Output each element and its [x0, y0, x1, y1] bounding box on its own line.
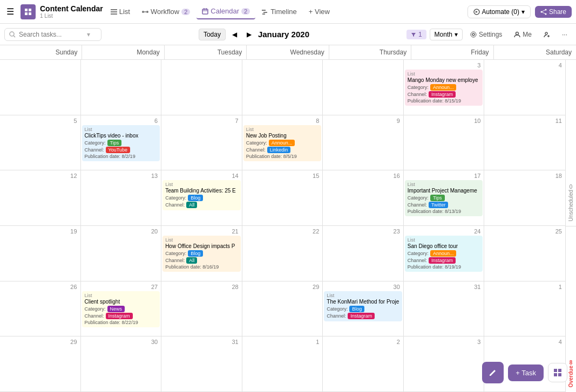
fab-task-button[interactable]: + Task — [508, 365, 544, 381]
day-cell[interactable]: 26 — [0, 281, 81, 337]
day-cell[interactable]: 14ListTeam Building Activities: 25 ECate… — [161, 170, 242, 226]
day-number: 14 — [162, 171, 241, 180]
me-button[interactable]: Me — [510, 29, 536, 40]
day-cell[interactable]: 9 — [323, 115, 404, 171]
day-cell[interactable]: 15 — [242, 170, 323, 226]
calendar-card[interactable]: ListImportant Project ManagemeCategory: … — [405, 180, 483, 216]
month-selector[interactable]: Month ▾ — [430, 29, 463, 40]
day-cell[interactable]: 2 — [323, 336, 404, 392]
svg-line-20 — [13, 36, 15, 37]
day-cell[interactable]: 30 — [81, 336, 162, 392]
add-user-button[interactable] — [539, 30, 554, 39]
day-number — [82, 61, 160, 63]
day-number — [1, 61, 79, 63]
day-cell[interactable]: 3 — [404, 336, 485, 392]
day-cell[interactable]: 30ListThe KonMari Method for ProjeCatego… — [323, 281, 404, 337]
day-cell[interactable]: 1 — [242, 336, 323, 392]
svg-point-21 — [472, 33, 475, 36]
day-cell[interactable]: 17ListImportant Project ManagemeCategory… — [404, 170, 485, 226]
day-cell[interactable]: 25 — [484, 226, 565, 281]
next-arrow[interactable]: ▶ — [243, 29, 255, 40]
day-cell[interactable]: 12 — [0, 170, 81, 226]
topbar-right: Automate (0) ▾ Share — [467, 5, 572, 18]
day-cell[interactable] — [161, 60, 242, 115]
share-button[interactable]: Share — [535, 6, 572, 18]
search-box[interactable]: ▾ — [4, 28, 101, 41]
tab-timeline[interactable]: Timeline — [256, 4, 302, 19]
day-cell[interactable]: 10 — [404, 115, 485, 171]
day-cell[interactable] — [81, 60, 162, 115]
day-cell[interactable]: 19 — [0, 226, 81, 281]
unscheduled-panel[interactable]: 0 Unscheduled — [566, 60, 576, 226]
day-cell[interactable]: 4 — [484, 60, 565, 115]
day-cell[interactable] — [0, 60, 81, 115]
day-cell[interactable]: 24ListSan Diego office tourCategory: Ann… — [404, 226, 485, 281]
filter-badge[interactable]: 1 — [406, 30, 426, 39]
tab-list[interactable]: List — [105, 4, 135, 19]
day-cell[interactable]: 21ListHow Office Design impacts PCategor… — [161, 226, 242, 281]
day-cell[interactable]: 1 — [484, 281, 565, 337]
header-tuesday: Tuesday — [165, 45, 247, 59]
automate-button[interactable]: Automate (0) ▾ — [467, 5, 531, 18]
day-number: 6 — [82, 116, 160, 125]
day-cell[interactable]: 31 — [404, 281, 485, 337]
today-button[interactable]: Today — [199, 29, 226, 40]
day-cell[interactable]: 13 — [81, 170, 162, 226]
day-cell[interactable]: 29 — [0, 336, 81, 392]
menu-icon[interactable]: ☰ — [4, 4, 16, 19]
tab-calendar[interactable]: Calendar 2 — [196, 4, 255, 19]
day-cell[interactable]: 11 — [484, 115, 565, 171]
more-button[interactable]: ··· — [558, 29, 572, 40]
day-cell[interactable]: 5 — [0, 115, 81, 171]
tab-view-add[interactable]: + View — [303, 4, 335, 19]
calendar-card[interactable]: ListNew Job PostingCategory: Announ...Ch… — [243, 125, 322, 161]
calendar-card[interactable]: ListSan Diego office tourCategory: Annou… — [405, 236, 483, 272]
header-thursday: Thursday — [329, 45, 411, 59]
day-number: 20 — [82, 227, 160, 236]
calendar-card[interactable]: ListClickTips video - inboxCategory: Tip… — [82, 125, 160, 161]
day-number: 16 — [324, 171, 402, 180]
day-cell[interactable]: 22 — [242, 226, 323, 281]
day-cell[interactable]: 29 — [242, 281, 323, 337]
day-cell[interactable]: 8ListNew Job PostingCategory: Announ...C… — [242, 115, 323, 171]
day-headers: Sunday Monday Tuesday Wednesday Thursday… — [0, 45, 576, 60]
search-input[interactable] — [19, 31, 84, 38]
day-cell[interactable]: 7 — [161, 115, 242, 171]
calendar-card[interactable]: ListThe KonMari Method for ProjeCategory… — [324, 291, 402, 321]
settings-button[interactable]: Settings — [466, 29, 506, 40]
day-cell[interactable] — [242, 60, 323, 115]
day-cell[interactable]: 18 — [484, 170, 565, 226]
prev-arrow[interactable]: ◀ — [229, 29, 240, 40]
day-cell[interactable]: 23 — [323, 226, 404, 281]
calendar-card[interactable]: ListClient spotlightCategory: NewsChanne… — [82, 291, 160, 327]
fab-edit-button[interactable] — [482, 362, 504, 383]
header-monday: Monday — [82, 45, 164, 59]
svg-point-3 — [142, 11, 144, 13]
day-cell[interactable]: 28 — [161, 281, 242, 337]
day-number: 4 — [485, 338, 564, 346]
calendar-card[interactable]: ListMango Monday new employeCategory: An… — [405, 70, 483, 106]
svg-rect-27 — [554, 369, 557, 372]
day-cell[interactable]: 31 — [161, 336, 242, 392]
fab-grid-button[interactable] — [548, 363, 567, 382]
calendar-grid: 3ListMango Monday new employeCategory: A… — [0, 60, 565, 392]
day-cell[interactable]: 3ListMango Monday new employeCategory: A… — [404, 60, 485, 115]
day-number: 28 — [162, 283, 241, 291]
day-number: 30 — [324, 283, 402, 291]
calendar-card[interactable]: ListHow Office Design impacts PCategory:… — [162, 236, 241, 272]
calendar-card[interactable]: ListTeam Building Activities: 25 ECatego… — [162, 180, 241, 210]
day-cell[interactable]: 20 — [81, 226, 162, 281]
unscheduled-label: Unscheduled — [568, 190, 574, 221]
svg-line-18 — [541, 12, 546, 14]
day-cell[interactable]: 27ListClient spotlightCategory: NewsChan… — [81, 281, 162, 337]
svg-rect-28 — [558, 369, 561, 372]
day-number: 10 — [405, 116, 483, 125]
day-cell[interactable] — [323, 60, 404, 115]
header-sunday: Sunday — [0, 45, 82, 59]
day-cell[interactable]: 6ListClickTips video - inboxCategory: Ti… — [81, 115, 162, 171]
day-number: 29 — [243, 283, 322, 291]
day-cell[interactable]: 16 — [323, 170, 404, 226]
day-number: 5 — [1, 116, 79, 125]
tab-workflow[interactable]: Workflow 2 — [137, 4, 195, 19]
day-number: 7 — [162, 116, 241, 125]
